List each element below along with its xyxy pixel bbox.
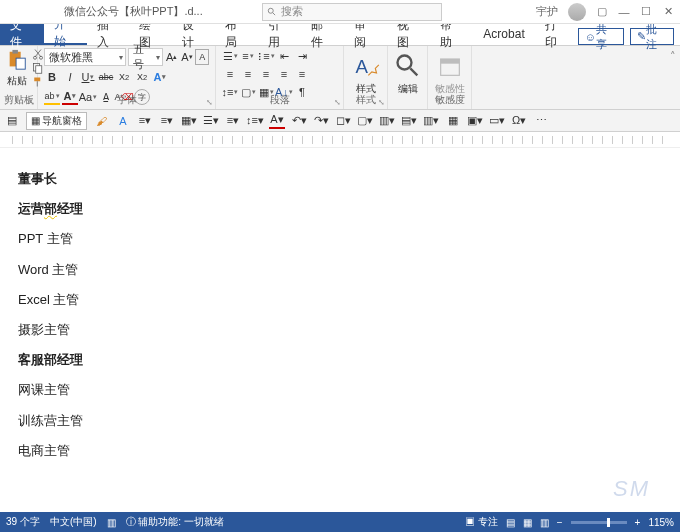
orientation-icon[interactable]: ▤: [4, 113, 20, 129]
tab-插入[interactable]: 插入: [87, 23, 130, 45]
horizontal-ruler[interactable]: [0, 132, 680, 148]
styles-launcher-icon[interactable]: ⤡: [378, 98, 385, 107]
collapse-ribbon-button[interactable]: ˄: [666, 46, 680, 109]
maximize-button[interactable]: ☐: [640, 6, 652, 18]
tab-审阅[interactable]: 审阅: [344, 23, 387, 45]
zoom-in-button[interactable]: +: [635, 517, 641, 528]
qat-align[interactable]: ≡▾: [159, 113, 175, 129]
doc-line[interactable]: Word 主管: [18, 261, 680, 279]
zoom-slider[interactable]: [571, 521, 627, 524]
qat-spacing[interactable]: ↕≡▾: [247, 113, 263, 129]
tab-视图[interactable]: 视图: [387, 23, 430, 45]
qat-redo[interactable]: ↷▾: [313, 113, 329, 129]
qat-symbol[interactable]: Ω▾: [511, 113, 527, 129]
close-button[interactable]: ✕: [662, 6, 674, 18]
accessibility-status[interactable]: ⓘ 辅助功能: 一切就绪: [126, 515, 224, 529]
align-left-button[interactable]: ≡: [222, 66, 238, 82]
align-right-button[interactable]: ≡: [258, 66, 274, 82]
tab-设计[interactable]: 设计: [172, 23, 215, 45]
doc-line[interactable]: 董事长: [18, 170, 680, 188]
paste-icon: [6, 48, 28, 72]
doc-line[interactable]: 客服部经理: [18, 351, 680, 369]
editing-button[interactable]: 编辑: [394, 48, 421, 96]
qat-numbering[interactable]: ≡▾: [225, 113, 241, 129]
qat-outline1[interactable]: ≡▾: [137, 113, 153, 129]
qat-fill[interactable]: ▢▾: [357, 113, 373, 129]
doc-line[interactable]: 训练营主管: [18, 412, 680, 430]
underline-button[interactable]: U: [80, 69, 96, 85]
tab-布局[interactable]: 布局: [215, 23, 258, 45]
minimize-button[interactable]: —: [618, 6, 630, 18]
user-avatar[interactable]: [568, 3, 586, 21]
qat-table[interactable]: ▦▾: [181, 113, 197, 129]
align-center-button[interactable]: ≡: [240, 66, 256, 82]
grow-font-button[interactable]: A▴: [165, 49, 178, 65]
decrease-indent-button[interactable]: ⇤: [276, 48, 292, 64]
doc-line[interactable]: 运营部经理: [18, 200, 680, 218]
svg-rect-3: [12, 50, 18, 54]
doc-line[interactable]: PPT 主管: [18, 230, 680, 248]
zoom-level[interactable]: 115%: [648, 517, 674, 528]
styles-button[interactable]: A 样式: [350, 48, 381, 96]
bullets-button[interactable]: ☰: [222, 48, 238, 64]
qat-shape[interactable]: ◻▾: [335, 113, 351, 129]
shrink-font-button[interactable]: A▾: [180, 49, 193, 65]
strikethrough-button[interactable]: abc: [98, 69, 114, 85]
tab-打印[interactable]: 打印: [535, 23, 578, 45]
ribbon-options-icon[interactable]: ▢: [596, 6, 608, 18]
qat-bullets[interactable]: ☰▾: [203, 113, 219, 129]
sensitivity-button[interactable]: 敏感性: [434, 48, 465, 96]
search-box[interactable]: 搜索: [262, 3, 442, 21]
qat-merge[interactable]: ▦: [445, 113, 461, 129]
doc-line[interactable]: 网课主管: [18, 381, 680, 399]
tab-Acrobat[interactable]: Acrobat: [473, 23, 534, 45]
phonetic-guide-button[interactable]: A: [195, 49, 209, 65]
web-layout-view-icon[interactable]: ▥: [540, 517, 549, 528]
read-mode-view-icon[interactable]: ▦: [523, 517, 532, 528]
file-tab[interactable]: 文件: [0, 23, 44, 45]
tab-帮助[interactable]: 帮助: [430, 23, 473, 45]
tab-引用[interactable]: 引用: [258, 23, 301, 45]
paragraph-launcher-icon[interactable]: ⤡: [334, 98, 341, 107]
print-layout-view-icon[interactable]: ▤: [506, 517, 515, 528]
qat-format-painter[interactable]: 🖌: [93, 113, 109, 129]
focus-mode[interactable]: ▣ 专注: [465, 515, 498, 529]
multilevel-list-button[interactable]: ⫶≡: [258, 48, 274, 64]
display-settings-icon[interactable]: ▥: [107, 517, 116, 528]
doc-line[interactable]: Excel 主管: [18, 291, 680, 309]
qat-styles[interactable]: A: [115, 113, 131, 129]
share-button[interactable]: ☺ 共享: [578, 28, 624, 45]
distribute-button[interactable]: ≡: [294, 66, 310, 82]
italic-button[interactable]: I: [62, 69, 78, 85]
document-body[interactable]: 董事长运营部经理PPT 主管Word 主管Excel 主管摄影主管客服部经理网课…: [0, 148, 680, 494]
font-size-select[interactable]: 五号: [128, 48, 163, 66]
subscript-button[interactable]: X2: [116, 69, 132, 85]
qat-columns[interactable]: ▥▾: [423, 113, 439, 129]
font-launcher-icon[interactable]: ⤡: [206, 98, 213, 107]
doc-line[interactable]: 摄影主管: [18, 321, 680, 339]
language-status[interactable]: 中文(中国): [50, 515, 97, 529]
word-count[interactable]: 39 个字: [6, 515, 40, 529]
bold-button[interactable]: B: [44, 69, 60, 85]
doc-line[interactable]: 电商主管: [18, 442, 680, 460]
qat-fontcolor[interactable]: A▾: [269, 113, 285, 129]
qat-more[interactable]: ⋯: [533, 113, 549, 129]
svg-point-0: [268, 8, 273, 13]
tab-邮件[interactable]: 邮件: [301, 23, 344, 45]
document-title: 微信公众号【秋叶PPT】.d...: [64, 4, 203, 19]
text-effects-button[interactable]: A: [152, 69, 168, 85]
comments-button[interactable]: ✎ 批注: [630, 28, 674, 45]
nav-pane-toggle[interactable]: ▦ 导航窗格: [26, 112, 87, 130]
numbering-button[interactable]: ≡: [240, 48, 256, 64]
qat-image[interactable]: ▭▾: [489, 113, 505, 129]
qat-undo[interactable]: ↶▾: [291, 113, 307, 129]
font-name-select[interactable]: 微软雅黑: [44, 48, 126, 66]
justify-button[interactable]: ≡: [276, 66, 292, 82]
qat-header[interactable]: ▥▾: [379, 113, 395, 129]
increase-indent-button[interactable]: ⇥: [294, 48, 310, 64]
qat-group[interactable]: ▣▾: [467, 113, 483, 129]
qat-section[interactable]: ▤▾: [401, 113, 417, 129]
tab-开始[interactable]: 开始: [44, 23, 87, 45]
clipboard-launcher-icon[interactable]: ⤡: [28, 98, 35, 107]
zoom-out-button[interactable]: −: [557, 517, 563, 528]
